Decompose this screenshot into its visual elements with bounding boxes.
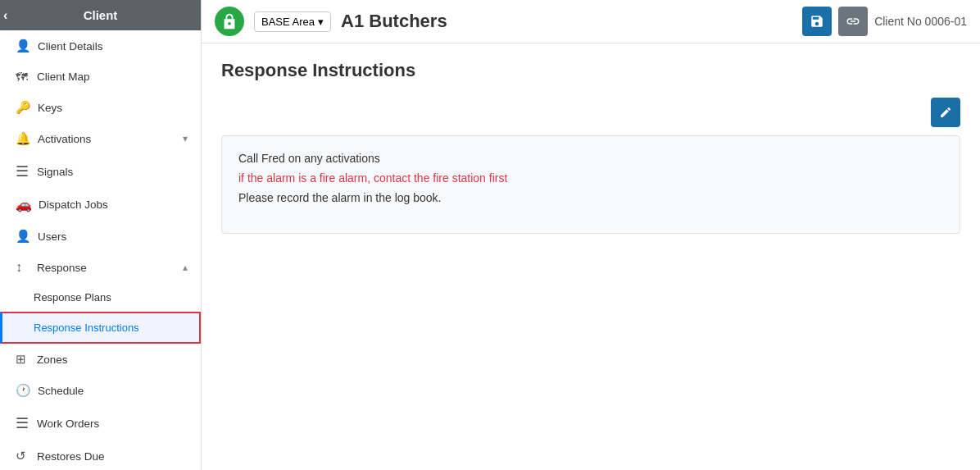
sidebar-item-client-map[interactable]: 🗺 Client Map — [0, 62, 201, 92]
zones-icon: ⊞ — [16, 352, 30, 367]
sidebar-item-client-details[interactable]: 👤 Client Details — [0, 30, 201, 62]
instructions-box: Call Fred on any activations if the alar… — [221, 135, 960, 234]
sidebar-item-keys[interactable]: 🔑 Keys — [0, 92, 201, 123]
sidebar-item-users[interactable]: 👤 Users — [0, 221, 201, 252]
users-icon: 👤 — [16, 229, 31, 244]
dispatch-jobs-icon: 🚗 — [16, 197, 32, 212]
activations-icon: 🔔 — [16, 131, 31, 146]
content-area: Response Instructions Call Fred on any a… — [202, 43, 980, 470]
sidebar-item-activations[interactable]: 🔔 Activations ▾ — [0, 123, 201, 154]
edit-btn-row — [221, 98, 960, 127]
client-number: Client No 0006-01 — [874, 15, 967, 28]
client-map-icon: 🗺 — [16, 70, 30, 84]
client-lock-icon — [215, 7, 244, 36]
link-button[interactable] — [838, 7, 868, 36]
area-arrow-icon: ▾ — [318, 16, 324, 28]
signals-icon: ☰ — [16, 162, 30, 180]
client-details-icon: 👤 — [16, 39, 31, 53]
sidebar-item-zones[interactable]: ⊞ Zones — [0, 344, 201, 375]
restores-due-icon: ↺ — [16, 449, 30, 463]
topbar: BASE Area ▾ A1 Butchers Client No 0006-0… — [202, 0, 980, 43]
response-arrow-icon: ▴ — [183, 262, 188, 273]
schedule-icon: 🕐 — [16, 383, 31, 398]
client-name: A1 Butchers — [341, 11, 792, 32]
work-orders-icon: ☰ — [16, 414, 30, 432]
page-title: Response Instructions — [221, 60, 960, 81]
sidebar-item-work-orders[interactable]: ☰ Work Orders — [0, 406, 201, 440]
topbar-right: Client No 0006-01 — [802, 7, 967, 36]
sidebar: ‹ Client 👤 Client Details 🗺 Client Map 🔑… — [0, 0, 202, 470]
activations-arrow-icon: ▾ — [183, 133, 188, 144]
response-icon: ↕ — [16, 260, 30, 275]
sidebar-header: ‹ Client — [0, 0, 201, 30]
back-icon[interactable]: ‹ — [3, 8, 7, 23]
area-select[interactable]: BASE Area ▾ — [254, 11, 331, 32]
area-label: BASE Area — [261, 16, 315, 28]
sidebar-item-dispatch-jobs[interactable]: 🚗 Dispatch Jobs — [0, 189, 201, 221]
sidebar-item-response-plans[interactable]: Response Plans — [0, 283, 201, 312]
instruction-line-1: Call Fred on any activations — [238, 149, 943, 169]
edit-button[interactable] — [931, 98, 960, 127]
main-content: BASE Area ▾ A1 Butchers Client No 0006-0… — [202, 0, 980, 470]
keys-icon: 🔑 — [16, 100, 31, 115]
sidebar-item-schedule[interactable]: 🕐 Schedule — [0, 375, 201, 406]
instruction-line-2: if the alarm is a fire alarm, contact th… — [238, 169, 943, 189]
sidebar-item-signals[interactable]: ☰ Signals — [0, 154, 201, 189]
sidebar-item-response[interactable]: ↕ Response ▴ — [0, 252, 201, 283]
save-button[interactable] — [802, 7, 832, 36]
instruction-line-3: Please record the alarm in the log book. — [238, 189, 943, 208]
sidebar-item-restores-due[interactable]: ↺ Restores Due — [0, 440, 201, 470]
sidebar-title: Client — [84, 8, 118, 22]
sidebar-item-response-instructions[interactable]: Response Instructions — [0, 312, 201, 344]
